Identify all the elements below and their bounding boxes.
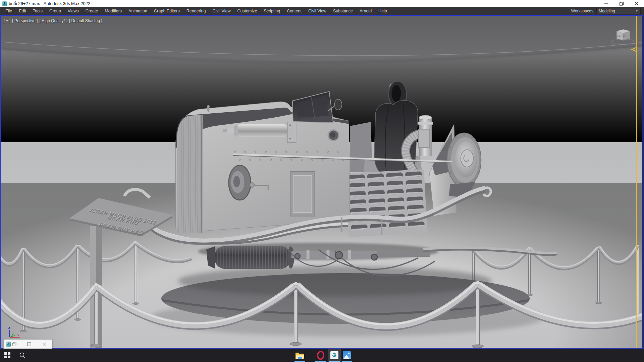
axis-x-label: x xyxy=(17,333,19,337)
menu-bar: FileEditToolsGroupViewsCreateModifiersAn… xyxy=(0,7,644,15)
running-indicator xyxy=(294,361,305,362)
close-button[interactable] xyxy=(629,0,644,7)
minimized-window[interactable]: 3 xyxy=(3,339,52,349)
viewport-menu-shading[interactable]: [ Default Shading ] xyxy=(69,18,102,23)
pipe-coupling xyxy=(348,250,351,259)
restore-icon xyxy=(620,2,624,6)
menu-item-scripting[interactable]: Scripting xyxy=(260,9,283,13)
thin-pipe xyxy=(377,253,430,257)
hood-knob-ball xyxy=(207,108,210,111)
running-indicator xyxy=(342,361,352,362)
titlebar: 3 buổi 26+27.max - Autodesk 3ds Max 2022 xyxy=(0,0,644,7)
menu-item-file[interactable]: File xyxy=(2,9,15,13)
viewcube-front-label: FRONT xyxy=(617,35,626,38)
menu-item-civil-view[interactable]: Civil View xyxy=(305,9,330,13)
running-indicator-active xyxy=(329,361,340,362)
workspace-dropdown[interactable]: Modeling ▼ xyxy=(596,8,641,14)
taskbar-photos[interactable] xyxy=(343,351,351,359)
viewport-menu-camera[interactable]: [ Perspective ] xyxy=(12,18,38,23)
radiator-wood-face xyxy=(177,115,203,233)
mini-maximize-button[interactable] xyxy=(27,342,31,346)
idler-wheel xyxy=(335,251,342,259)
menu-item-graph-editors[interactable]: Graph Editors xyxy=(151,9,183,13)
file-explorer-icon xyxy=(296,352,304,359)
workspaces-area: Workspaces: Modeling ▼ xyxy=(571,8,642,14)
maximize-icon xyxy=(27,342,31,346)
running-indicator xyxy=(315,361,326,362)
menu-item-animation[interactable]: Animation xyxy=(125,9,151,13)
3ds-max-icon: 3MAX xyxy=(330,351,338,359)
cylinder-ring xyxy=(418,122,433,125)
idler-wheel xyxy=(371,254,377,260)
restore-button[interactable] xyxy=(614,0,629,7)
axis-z-label: z xyxy=(8,326,10,329)
chevron-down-icon: ▼ xyxy=(635,9,638,13)
cylinder-cap xyxy=(419,115,432,120)
mount-plate xyxy=(418,129,430,148)
hood-knob-ball xyxy=(207,105,210,108)
workspaces-label: Workspaces: xyxy=(571,9,594,13)
side-mirror xyxy=(334,99,342,110)
minimize-button[interactable] xyxy=(599,0,614,7)
viewport-menu-quality[interactable]: [ High Quality* ] xyxy=(39,18,67,23)
opera-icon xyxy=(316,351,325,360)
taskbar-3ds-max[interactable]: 3MAX xyxy=(330,351,338,359)
minimize-icon xyxy=(604,2,608,5)
headrest-center xyxy=(392,85,401,102)
menu-item-customize[interactable]: Customize xyxy=(234,9,260,13)
taskbar-opera[interactable] xyxy=(316,351,325,360)
louver-cage xyxy=(345,169,427,237)
3ds-max-logo-icon: 3 xyxy=(2,1,7,6)
photos-icon xyxy=(343,351,351,359)
muffler xyxy=(215,246,291,269)
menu-item-group[interactable]: Group xyxy=(46,9,64,13)
vehicle-shadow xyxy=(178,266,492,296)
pipe-coupling xyxy=(307,250,310,259)
taskbar-file-explorer[interactable] xyxy=(295,351,305,360)
menu-item-tools[interactable]: Tools xyxy=(30,9,46,13)
menu-item-help[interactable]: Help xyxy=(375,9,390,13)
menu-item-substance[interactable]: Substance xyxy=(330,9,356,13)
workspace-value: Modeling xyxy=(599,9,615,13)
axis-y-label: y xyxy=(11,332,14,336)
mini-restore-button[interactable] xyxy=(12,342,16,346)
viewport-label: [ + ] [ Perspective ] [ High Quality* ] … xyxy=(4,18,102,23)
viewport-menu-plus[interactable]: [ + ] xyxy=(4,18,10,23)
menu-item-civil-view[interactable]: Civil View xyxy=(209,9,234,13)
close-icon xyxy=(635,2,638,5)
menu-item-rendering[interactable]: Rendering xyxy=(183,9,209,13)
restore-icon xyxy=(12,342,16,346)
3ds-max-icon: 3 xyxy=(6,342,11,347)
menu-item-edit[interactable]: Edit xyxy=(15,9,30,13)
menu-item-create[interactable]: Create xyxy=(82,9,102,13)
recessed-panel xyxy=(290,172,315,216)
mini-close-button[interactable] xyxy=(43,342,46,346)
start-button[interactable] xyxy=(3,351,12,359)
spinner-hub xyxy=(461,149,474,167)
pipe-coupling xyxy=(326,250,329,259)
close-icon xyxy=(43,342,46,346)
menu-item-modifiers[interactable]: Modifiers xyxy=(101,9,125,13)
search-button[interactable] xyxy=(17,351,28,359)
scene-canvas[interactable]: JCRAR MACH ALDO 2012 NGAN KHO PHAM DUY B… xyxy=(1,16,642,348)
drive-pipe xyxy=(291,251,377,258)
menu-item-views[interactable]: Views xyxy=(64,9,82,13)
window-title: buổi 26+27.max - Autodesk 3ds Max 2022 xyxy=(9,1,90,6)
idler-wheel xyxy=(295,253,300,259)
porthole-center xyxy=(330,132,335,138)
windows-taskbar: 3MAX 18:14 20/11/2021 xyxy=(0,349,644,362)
search-icon xyxy=(19,352,26,359)
perspective-viewport[interactable]: JCRAR MACH ALDO 2012 NGAN KHO PHAM DUY B… xyxy=(0,15,644,349)
windows-logo-icon xyxy=(4,352,10,358)
menu-item-arnold[interactable]: Arnold xyxy=(356,9,375,13)
menu-item-content[interactable]: Content xyxy=(283,9,305,13)
